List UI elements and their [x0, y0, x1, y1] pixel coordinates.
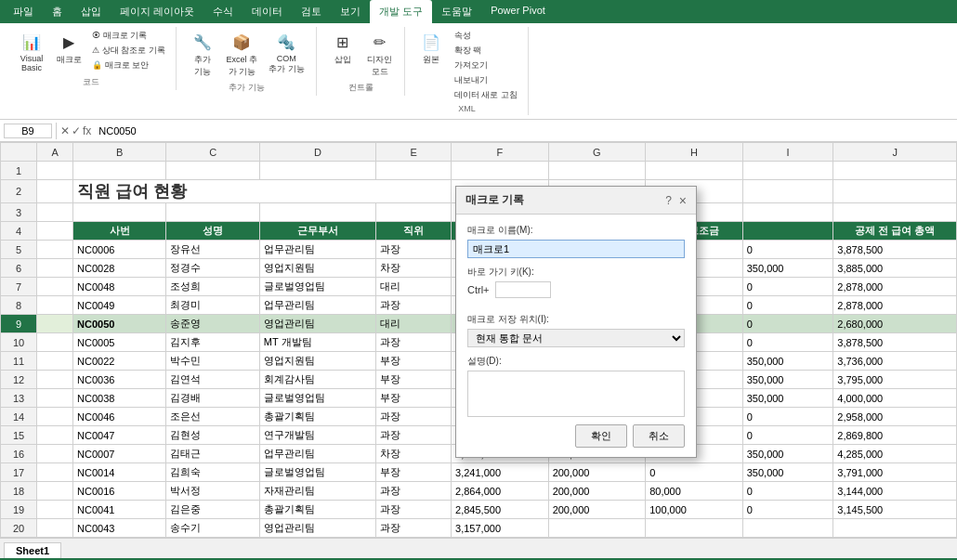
tab-power-pivot[interactable]: Power Pivot	[481, 0, 555, 23]
col-header-c[interactable]: C	[166, 143, 259, 162]
dialog-help-icon[interactable]: ?	[665, 194, 672, 207]
macro-security-button[interactable]: 🔒 매크로 보안	[89, 59, 168, 72]
formula-input[interactable]: NC0050	[95, 124, 953, 137]
ribbon-group-addin: 🔧 추가 기능 📦 Excel 추 가 기능 🔩 COM 추가 기능 추가 기능	[178, 27, 317, 96]
sheet-tabs: Sheet1	[0, 538, 957, 558]
insert-function-icon[interactable]: fx	[83, 124, 91, 137]
store-location-select[interactable]: 현재 통합 문서	[467, 329, 685, 347]
ok-button[interactable]: 확인	[575, 424, 627, 448]
ribbon: 파일 홈 삽입 페이지 레이아웃 수식 데이터 검토 보기 개발 도구 도움말 …	[0, 0, 957, 120]
table-row: 1	[1, 162, 957, 180]
col-header-i[interactable]: I	[742, 143, 833, 162]
table-row: 20 NC0043송수기영업관리팀과장3,157,000	[1, 519, 957, 538]
macro-name-input[interactable]	[467, 240, 685, 258]
ribbon-tabs: 파일 홈 삽입 페이지 레이아웃 수식 데이터 검토 보기 개발 도구 도움말 …	[0, 0, 957, 23]
insert-control-icon: ⊞	[332, 31, 354, 53]
shortcut-input[interactable]	[495, 281, 551, 298]
design-mode-icon: ✏	[369, 31, 391, 53]
excel-addin-button[interactable]: 📦 Excel 추 가 기능	[223, 29, 262, 80]
shortcut-key-label: 바로 가기 키(K):	[467, 266, 685, 279]
macro-icon: ▶	[58, 31, 80, 53]
tab-insert[interactable]: 삽입	[72, 0, 111, 23]
col-header-g[interactable]: G	[548, 143, 646, 162]
tab-developer[interactable]: 개발 도구	[370, 0, 432, 23]
add-feature-icon: 🔧	[191, 31, 214, 53]
tab-formula[interactable]: 수식	[203, 0, 243, 23]
cancel-formula-icon[interactable]: ✕	[60, 124, 70, 137]
com-addin-button[interactable]: 🔩 COM 추가 기능	[265, 29, 308, 77]
col-header-a[interactable]: A	[37, 143, 73, 162]
formula-bar: ✕ ✓ fx NC0050	[0, 120, 957, 142]
record-macro-button[interactable]: ⦿ 매크로 기록	[89, 29, 168, 43]
ribbon-group-xml: 📄 원본 속성 확장 팩 가져오기 내보내기 데이터 새로 고침 XML	[407, 27, 529, 115]
tab-data[interactable]: 데이터	[243, 0, 292, 23]
table-row: 18 NC0016박서정자재관리팀과장2,864,000200,00080,00…	[1, 482, 957, 501]
xml-source-button[interactable]: 📄 원본	[414, 29, 448, 68]
visual-basic-button[interactable]: 📊 Visual Basic	[15, 29, 48, 74]
xml-export-button[interactable]: 내보내기	[452, 73, 520, 87]
add-feature-button[interactable]: 🔧 추가 기능	[186, 29, 219, 80]
com-addin-icon: 🔩	[275, 31, 297, 53]
col-header-f[interactable]: F	[452, 143, 549, 162]
description-textarea[interactable]	[467, 371, 685, 417]
tab-page-layout[interactable]: 페이지 레이아웃	[111, 0, 203, 23]
dialog-body: 매크로 이름(M): 바로 가기 키(K): Ctrl+ 매크로 저장 위치(I…	[456, 215, 696, 457]
col-header-d[interactable]: D	[259, 143, 375, 162]
tab-help[interactable]: 도움말	[432, 0, 481, 23]
table-row: 19 NC0041김은중총괄기획팀과장2,845,500200,000100,0…	[1, 501, 957, 519]
dialog-buttons: 확인 취소	[467, 424, 685, 448]
relative-ref-button[interactable]: ⚠ 상대 참조로 기록	[89, 44, 168, 58]
tab-home[interactable]: 홈	[43, 0, 72, 23]
xml-refresh-button[interactable]: 데이터 새로 고침	[452, 88, 520, 102]
dialog-title: 매크로 기록	[465, 192, 524, 208]
ribbon-group-controls: ⊞ 삽입 ✏ 디자인 모드 컨트롤	[319, 27, 405, 96]
macro-button[interactable]: ▶ 매크로	[52, 29, 85, 68]
design-mode-button[interactable]: ✏ 디자인 모드	[363, 29, 397, 80]
tab-view[interactable]: 보기	[331, 0, 370, 23]
cell-reference-box[interactable]	[4, 124, 52, 138]
confirm-formula-icon[interactable]: ✓	[72, 124, 81, 137]
xml-properties-button[interactable]: 속성	[452, 29, 520, 43]
tab-file[interactable]: 파일	[4, 0, 43, 23]
store-location-label: 매크로 저장 위치(I):	[467, 313, 685, 326]
visual-basic-icon: 📊	[20, 31, 43, 53]
insert-control-button[interactable]: ⊞ 삽입	[326, 29, 360, 68]
col-header-h[interactable]: H	[646, 143, 743, 162]
description-label: 설명(D):	[467, 355, 685, 368]
col-header-b[interactable]: B	[73, 143, 166, 162]
macro-record-dialog: 매크로 기록 ? × 매크로 이름(M): 바로 가기 키(K): Ctrl+ …	[455, 186, 697, 458]
tab-review[interactable]: 검토	[292, 0, 331, 23]
cancel-button[interactable]: 취소	[633, 424, 685, 448]
ribbon-content: 📊 Visual Basic ▶ 매크로 ⦿ 매크로 기록 ⚠ 상대 참조로 기…	[0, 23, 957, 120]
col-header-j[interactable]: J	[833, 143, 957, 162]
column-headers: A B C D E F G H I J	[1, 143, 957, 162]
dialog-title-bar: 매크로 기록 ? ×	[456, 187, 696, 215]
ctrl-label: Ctrl+	[467, 284, 490, 295]
xml-import-button[interactable]: 가져오기	[452, 59, 520, 72]
xml-expansion-button[interactable]: 확장 팩	[452, 44, 520, 58]
excel-addin-icon: 📦	[230, 31, 253, 53]
col-header-e[interactable]: E	[376, 143, 452, 162]
table-row: 17 NC0014김희숙글로벌영업팀부장3,241,000200,0000350…	[1, 463, 957, 482]
xml-source-icon: 📄	[420, 31, 442, 53]
macro-name-label: 매크로 이름(M):	[467, 224, 685, 237]
dialog-close-icon[interactable]: ×	[679, 193, 687, 208]
sheet-tab-sheet1[interactable]: Sheet1	[4, 542, 61, 558]
ribbon-group-code: 📊 Visual Basic ▶ 매크로 ⦿ 매크로 기록 ⚠ 상대 참조로 기…	[7, 27, 177, 90]
